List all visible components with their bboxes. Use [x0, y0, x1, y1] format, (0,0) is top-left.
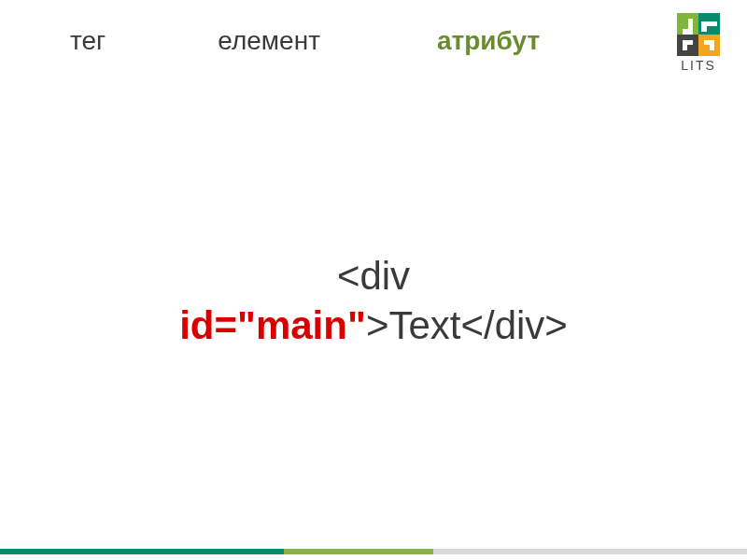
logo: LITS [670, 13, 726, 73]
svg-rect-2 [677, 35, 698, 56]
footer-seg-lime [284, 549, 433, 554]
logo-icon [677, 13, 720, 56]
svg-rect-7 [710, 40, 714, 50]
header-row: тег елемент атрибут [0, 0, 747, 56]
header-labels: тег елемент атрибут [70, 26, 540, 56]
code-open-tag: <div [337, 254, 410, 298]
svg-rect-5 [683, 40, 693, 45]
label-element: елемент [218, 26, 320, 56]
logo-text: LITS [670, 58, 726, 73]
code-rest: >Text</div> [366, 303, 568, 347]
code-attribute: id="main" [179, 303, 366, 347]
code-example: <div id="main">Text</div> [0, 252, 747, 350]
svg-rect-3 [698, 35, 720, 56]
footer-seg-gray [433, 549, 747, 554]
label-attribute: атрибут [437, 26, 540, 56]
footer-bar [0, 549, 747, 554]
label-tag: тег [70, 26, 106, 56]
footer-seg-green [0, 549, 284, 554]
